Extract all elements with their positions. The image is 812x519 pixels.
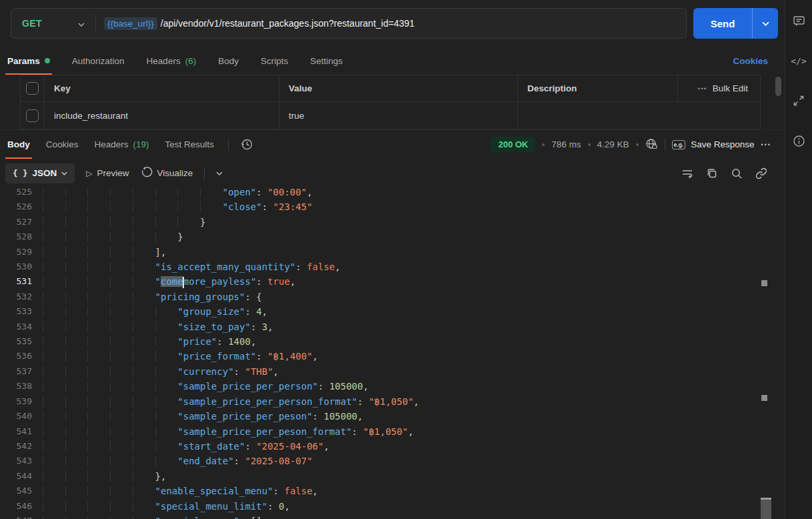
indent-guides bbox=[43, 486, 155, 496]
indent-guides bbox=[43, 426, 177, 437]
indent-guides bbox=[43, 381, 177, 392]
indent-guides bbox=[43, 411, 177, 422]
indent-guides bbox=[43, 456, 177, 466]
select-all-checkbox[interactable] bbox=[26, 82, 39, 95]
params-scrollbar-thumb[interactable] bbox=[775, 77, 781, 96]
response-size[interactable]: 4.29 KB bbox=[597, 139, 629, 149]
token-p: } bbox=[177, 231, 183, 242]
token-s: "THB" bbox=[245, 366, 273, 377]
response-tab-cookies[interactable]: Cookies bbox=[44, 130, 81, 159]
response-tab-test-results[interactable]: Test Results bbox=[163, 130, 217, 159]
base-url-variable-chip[interactable]: {{base_url}} bbox=[104, 17, 157, 30]
line-number: 530 bbox=[0, 260, 32, 274]
code-line: 540 "sample_price_per_peson": 105000, bbox=[0, 409, 785, 424]
param-description-cell[interactable] bbox=[518, 102, 760, 129]
line-number: 547 bbox=[0, 514, 32, 519]
response-tab-body[interactable]: Body bbox=[5, 130, 32, 159]
token-p: : bbox=[245, 441, 256, 452]
token-k: "size_to_pay" bbox=[177, 322, 251, 332]
preview-button[interactable]: ▷ Preview bbox=[86, 168, 129, 178]
request-tab-settings[interactable]: Settings bbox=[308, 47, 345, 75]
history-icon[interactable] bbox=[241, 138, 253, 151]
token-p: : bbox=[313, 411, 324, 422]
indent-guides bbox=[43, 262, 155, 272]
request-tab-params[interactable]: Params bbox=[5, 47, 52, 75]
response-time[interactable]: 786 ms bbox=[551, 139, 581, 149]
token-s: "฿1,050" bbox=[369, 396, 413, 407]
divider bbox=[228, 139, 229, 151]
bulk-edit-cell[interactable]: ••• Bulk Edit bbox=[678, 75, 760, 101]
cookies-link[interactable]: Cookies bbox=[733, 56, 768, 66]
line-number: 533 bbox=[0, 304, 32, 319]
dot-separator bbox=[588, 143, 591, 146]
indent-guides bbox=[43, 217, 200, 227]
expand-icon[interactable] bbox=[793, 93, 805, 108]
search-icon[interactable] bbox=[731, 167, 743, 179]
token-n: 105000 bbox=[329, 381, 363, 392]
save-example-icon[interactable]: e.g. bbox=[672, 140, 686, 149]
line-number: 525 bbox=[0, 187, 32, 199]
token-p: : bbox=[318, 381, 329, 392]
token-k: " bbox=[155, 276, 161, 287]
line-content: "special_menus": [] bbox=[32, 514, 262, 519]
response-body-editor[interactable]: 525 "open": "00:00",526 "close": "23:45"… bbox=[0, 187, 785, 519]
token-s: "฿1,400" bbox=[267, 351, 312, 362]
copy-icon[interactable] bbox=[706, 167, 718, 179]
body-format-dropdown[interactable]: { } JSON bbox=[5, 163, 75, 183]
send-button[interactable]: Send bbox=[693, 8, 778, 39]
url-field[interactable]: GET {{base_url}} /api/vendor/v1/restaura… bbox=[11, 8, 687, 39]
param-value-cell[interactable]: true bbox=[279, 102, 518, 129]
comment-icon[interactable] bbox=[793, 13, 805, 28]
visualize-button[interactable]: Visualize bbox=[141, 166, 193, 180]
indent-guides bbox=[43, 276, 155, 287]
braces-icon: { } bbox=[13, 168, 28, 178]
link-icon[interactable] bbox=[755, 167, 767, 179]
chevron-down-icon[interactable] bbox=[78, 19, 85, 29]
tab-count: (6) bbox=[185, 56, 197, 66]
tab-label: Authorization bbox=[72, 56, 125, 66]
line-number: 541 bbox=[0, 424, 32, 439]
line-content: "special_menu_limit": 0, bbox=[32, 499, 290, 514]
method-selector[interactable]: GET bbox=[11, 18, 42, 29]
save-response-button[interactable]: Save Response bbox=[691, 139, 754, 149]
editor-scrollbar-thumb[interactable] bbox=[761, 498, 771, 519]
wrap-text-icon[interactable] bbox=[681, 167, 693, 179]
info-icon[interactable] bbox=[793, 133, 805, 148]
token-p: : bbox=[256, 187, 267, 197]
param-key-cell[interactable]: include_restaurant bbox=[45, 102, 279, 129]
row-checkbox-cell[interactable] bbox=[21, 102, 45, 129]
code-snippet-icon[interactable]: </> bbox=[791, 53, 806, 68]
code-line: 532 "pricing_groups": { bbox=[0, 290, 785, 304]
token-p: , bbox=[335, 262, 340, 272]
tab-label: Body bbox=[7, 139, 30, 149]
token-p: , bbox=[413, 396, 419, 407]
request-tab-scripts[interactable]: Scripts bbox=[259, 47, 290, 75]
response-header: BodyCookiesHeaders(19)Test Results 200 O… bbox=[0, 129, 785, 159]
response-tab-headers[interactable]: Headers(19) bbox=[93, 130, 151, 159]
network-info-icon[interactable] bbox=[645, 138, 658, 151]
url-input[interactable]: /api/vendor/v1/restaurant_packages.json?… bbox=[161, 18, 415, 29]
bulk-edit-button[interactable]: Bulk Edit bbox=[713, 83, 748, 93]
response-more-options-icon[interactable]: ••• bbox=[761, 141, 771, 148]
visualize-options-chevron-icon[interactable] bbox=[216, 171, 223, 175]
line-number: 539 bbox=[0, 394, 32, 409]
line-content: "group_size": 4, bbox=[32, 304, 267, 319]
indent-guides bbox=[43, 231, 177, 242]
request-tab-authorization[interactable]: Authorization bbox=[70, 47, 127, 75]
row-checkbox[interactable] bbox=[26, 109, 39, 122]
select-all-checkbox-cell[interactable] bbox=[21, 75, 45, 101]
token-s: "2025-08-07" bbox=[245, 456, 312, 466]
status-badge[interactable]: 200 OK bbox=[491, 137, 535, 152]
token-k: "sample_price_per_person_format" bbox=[177, 396, 357, 407]
send-options-chevron-icon[interactable] bbox=[753, 8, 778, 39]
more-options-icon[interactable]: ••• bbox=[698, 85, 707, 92]
value-column-header: Value bbox=[279, 75, 518, 101]
send-button-label[interactable]: Send bbox=[693, 8, 753, 39]
request-tab-body[interactable]: Body bbox=[216, 47, 241, 75]
indent-guides bbox=[43, 322, 177, 332]
request-tab-headers[interactable]: Headers(6) bbox=[145, 47, 199, 75]
dot-separator bbox=[636, 143, 639, 146]
tab-label: Headers bbox=[147, 56, 181, 66]
postman-app: GET {{base_url}} /api/vendor/v1/restaura… bbox=[0, 0, 812, 519]
token-p: : bbox=[256, 276, 267, 287]
